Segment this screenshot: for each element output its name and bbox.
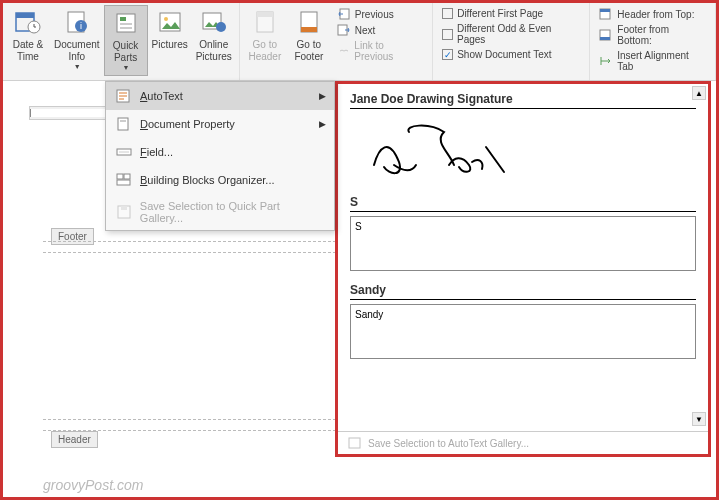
online-pictures-icon <box>200 8 228 36</box>
menu-field-label: Field... <box>140 146 173 158</box>
checkbox-icon <box>442 8 453 19</box>
svg-rect-28 <box>117 174 123 179</box>
chevron-right-icon: ▶ <box>319 91 326 101</box>
goto-footer-label: Go toFooter <box>294 39 323 63</box>
svg-rect-25 <box>118 118 128 130</box>
link-previous-button: Link to Previous <box>335 39 425 63</box>
goto-header-icon <box>251 8 279 36</box>
svg-rect-17 <box>301 27 317 32</box>
different-first-label: Different First Page <box>457 8 543 19</box>
svg-rect-26 <box>120 120 126 122</box>
document-property-icon <box>116 116 132 132</box>
menu-save-label: Save Selection to Quick Part Gallery... <box>140 200 324 224</box>
footer-bottom-label: Footer from Bottom: <box>617 24 706 46</box>
header-top-label: Header from Top: <box>617 9 694 20</box>
date-time-button[interactable]: Date &Time <box>6 5 50 66</box>
menu-save-selection: Save Selection to Quick Part Gallery... <box>106 194 334 230</box>
document-info-button[interactable]: i DocumentInfo▼ <box>50 5 104 74</box>
svg-rect-33 <box>349 438 360 448</box>
goto-header-label: Go toHeader <box>248 39 281 63</box>
gallery-item-s[interactable]: S <box>350 216 696 271</box>
svg-rect-9 <box>120 27 132 29</box>
gallery-heading-2: S <box>350 195 696 212</box>
ribbon-group-position: Header from Top: Footer from Bottom: Ins… <box>590 3 716 80</box>
chevron-down-icon: ▼ <box>123 64 130 72</box>
gallery-heading-3: Sandy <box>350 283 696 300</box>
menu-docprop-label: Document Property <box>140 118 235 130</box>
chevron-right-icon: ▶ <box>319 119 326 129</box>
document-info-icon: i <box>63 8 91 36</box>
ribbon-group-nav: Go toHeader Go toFooter Previous Next Li… <box>240 3 433 80</box>
save-gallery-icon <box>348 437 362 449</box>
save-icon <box>116 204 132 220</box>
pictures-button[interactable]: Pictures <box>148 5 192 54</box>
goto-footer-button[interactable]: Go toFooter <box>287 5 331 66</box>
link-icon <box>337 45 351 57</box>
svg-rect-32 <box>121 206 127 210</box>
menu-autotext-label: AAutoTextutoText <box>140 90 183 102</box>
save-autotext-label: Save Selection to AutoText Gallery... <box>368 438 529 449</box>
next-icon <box>337 24 351 36</box>
show-document-text-checkbox[interactable]: ✓Show Document Text <box>440 48 582 61</box>
menu-bbo-label: Building Blocks Organizer... <box>140 174 275 186</box>
watermark: groovyPost.com <box>43 477 143 493</box>
different-odd-even-checkbox[interactable]: Different Odd & Even Pages <box>440 22 582 46</box>
document-info-label: DocumentInfo <box>54 39 100 63</box>
next-button[interactable]: Next <box>335 23 425 37</box>
chevron-down-icon: ▼ <box>74 63 81 71</box>
show-document-label: Show Document Text <box>457 49 551 60</box>
alignment-tab-label: Insert Alignment Tab <box>617 50 706 72</box>
menu-document-property[interactable]: Document Property ▶ <box>106 110 334 138</box>
quick-parts-label: QuickParts <box>113 40 139 64</box>
svg-rect-7 <box>120 17 126 21</box>
header-tag: Header <box>51 431 98 448</box>
field-icon <box>116 144 132 160</box>
quick-parts-icon <box>112 9 140 37</box>
footer-from-bottom-field[interactable]: Footer from Bottom: <box>597 23 708 47</box>
ribbon: Date &Time i DocumentInfo▼ QuickParts▼ P… <box>3 3 716 81</box>
svg-point-13 <box>216 22 226 32</box>
previous-button[interactable]: Previous <box>335 7 425 21</box>
menu-building-blocks[interactable]: Building Blocks Organizer... <box>106 166 334 194</box>
quick-parts-menu: AAutoTextutoText ▶ Document Property ▶ F… <box>105 81 335 231</box>
autotext-gallery: ▲ Jane Doe Drawing Signature S S Sandy S… <box>335 81 711 457</box>
svg-rect-29 <box>124 174 130 179</box>
nav-stack: Previous Next Link to Previous <box>331 5 429 65</box>
header-from-top-field[interactable]: Header from Top: <box>597 7 708 21</box>
building-blocks-icon <box>116 172 132 188</box>
svg-rect-1 <box>16 13 34 18</box>
previous-label: Previous <box>355 9 394 20</box>
menu-autotext[interactable]: AAutoTextutoText ▶ <box>106 82 334 110</box>
different-odd-even-label: Different Odd & Even Pages <box>457 23 580 45</box>
autotext-icon <box>116 88 132 104</box>
online-pictures-label: OnlinePictures <box>196 39 232 63</box>
svg-point-11 <box>164 17 168 21</box>
calendar-clock-icon <box>14 8 42 36</box>
quick-parts-button[interactable]: QuickParts▼ <box>104 5 148 76</box>
header-top-icon <box>599 8 613 20</box>
gallery-item-signature[interactable] <box>350 113 696 183</box>
svg-rect-21 <box>600 9 610 12</box>
ribbon-group-options: Different First Page Different Odd & Eve… <box>433 3 590 80</box>
section-break <box>43 241 336 253</box>
previous-icon <box>337 8 351 20</box>
pictures-label: Pictures <box>152 39 188 51</box>
svg-rect-15 <box>257 12 273 17</box>
svg-text:i: i <box>80 21 82 31</box>
footer-bottom-icon <box>599 29 613 41</box>
next-label: Next <box>355 25 376 36</box>
goto-footer-icon <box>295 8 323 36</box>
section-break <box>43 419 336 431</box>
gallery-heading-1: Jane Doe Drawing Signature <box>350 92 696 109</box>
scroll-down-button[interactable]: ▼ <box>692 412 706 426</box>
svg-rect-23 <box>600 37 610 40</box>
alignment-tab-icon <box>599 55 613 67</box>
ribbon-group-text: Date &Time i DocumentInfo▼ QuickParts▼ P… <box>3 3 240 80</box>
insert-alignment-tab-button[interactable]: Insert Alignment Tab <box>597 49 708 73</box>
online-pictures-button[interactable]: OnlinePictures <box>192 5 236 66</box>
gallery-item-sandy[interactable]: Sandy <box>350 304 696 359</box>
menu-field[interactable]: Field... <box>106 138 334 166</box>
svg-rect-8 <box>120 23 132 25</box>
different-first-page-checkbox[interactable]: Different First Page <box>440 7 582 20</box>
svg-rect-30 <box>117 180 130 185</box>
